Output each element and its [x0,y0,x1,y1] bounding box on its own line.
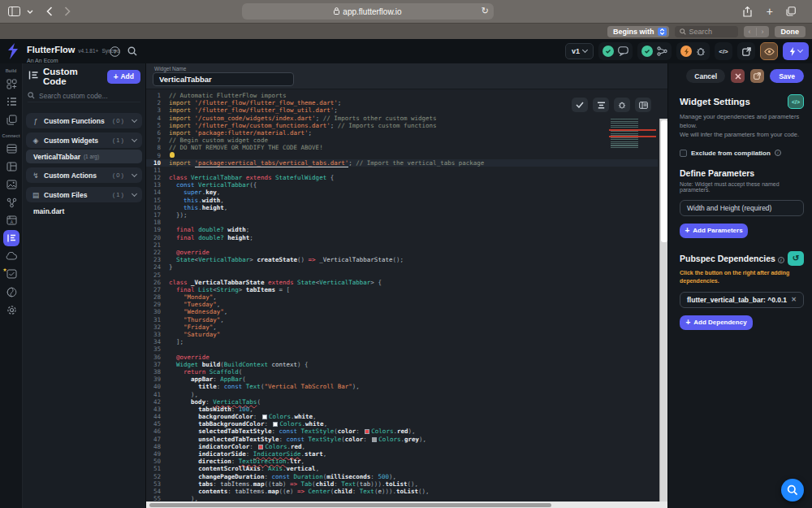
code-line[interactable]: 52 changePageDuration: const Duration(mi… [146,473,658,480]
share-icon[interactable] [743,7,752,17]
rail-media-icon[interactable]: A [0,211,23,229]
exclude-compilation-row[interactable]: Exclude from compilation i [680,150,804,157]
help-icon[interactable]: ? [109,46,120,57]
code-line[interactable]: 7// Begin custom widget code [146,137,658,144]
code-line[interactable]: 16 this.height, [146,204,658,211]
panel-search-input[interactable]: Search custom code... [28,89,140,102]
code-line[interactable]: 11 [146,167,658,174]
code-line[interactable]: 19 final double? width; [146,226,658,233]
branch-merge-icon[interactable] [657,46,667,56]
run-lightning-button[interactable] [783,42,809,60]
close-button[interactable] [731,69,745,83]
rail-api-icon[interactable] [0,193,23,211]
rail-widget-palette-icon[interactable] [0,75,23,93]
code-line[interactable]: 37 Widget build(BuildContext context) { [146,361,658,368]
find-prev-next[interactable]: ‹› [744,26,769,37]
list-item-main.dart[interactable]: main.dart [26,204,142,218]
code-line[interactable]: 20 final double? height; [146,234,658,241]
code-line[interactable]: 6import 'package:flutter/material.dart'; [146,129,658,137]
rail-tests-icon[interactable]: ★ [0,265,23,283]
code-line[interactable]: 43 tabsWidth: 100, [146,406,658,413]
find-prev-icon[interactable]: ‹ [744,28,756,36]
code-line[interactable]: 55 ), [146,495,658,501]
code-line[interactable]: 51 contentScrollAxis: Axis.vertical, [146,465,658,472]
tab-overview-icon[interactable] [786,7,796,16]
code-line[interactable]: 13 const VerticalTabbar({ [146,181,658,189]
code-line[interactable]: 35 [146,345,658,353]
code-line[interactable]: 4import '/custom_code/widgets/index.dart… [146,115,658,122]
find-next-icon[interactable]: › [757,28,769,36]
expand-editor-button[interactable] [750,69,764,83]
horizontal-scrollbar[interactable] [146,501,667,508]
reload-icon[interactable]: ↻ [482,6,489,16]
code-line[interactable]: 22 @override [146,249,658,256]
rail-database-icon[interactable] [0,140,23,158]
rail-pages-icon[interactable] [0,111,23,128]
code-line[interactable]: 15 this.width, [146,197,658,204]
code-line[interactable]: 24} [146,263,658,271]
code-line[interactable]: 2import '/flutter_flow/flutter_flow_them… [146,99,658,106]
sidebar-toggle-icon[interactable] [8,7,20,16]
code-line[interactable]: 40 title: const Text("Vertical TabScroll… [146,383,658,390]
find-search-input[interactable]: Search [675,26,738,37]
flutterflow-logo[interactable] [3,41,23,61]
code-line[interactable]: 53 tabs: tabItems.map((tab) => Tab(child… [146,480,658,488]
section-custom-functions[interactable]: ƒCustom Functions( 0 ) [26,113,142,128]
code-line[interactable]: 38 return Scaffold( [146,368,658,376]
section-custom-actions[interactable]: ↯Custom Actions( 0 ) [26,167,142,183]
new-tab-icon[interactable]: + [767,5,773,18]
assistant-chat-icon[interactable] [618,46,628,56]
check-badge-icon[interactable] [603,46,614,57]
code-line[interactable]: 44 backgroundColor: Colors.white, [146,413,658,420]
code-line[interactable]: 34 ]; [146,338,658,345]
chevron-down-icon[interactable] [27,10,33,14]
check-badge-icon[interactable] [641,46,653,57]
code-line[interactable]: 39 appBar: AppBar( [146,376,658,383]
remove-dependency-icon[interactable]: ✕ [791,296,797,303]
address-bar[interactable]: app.flutterflow.io ↻ [242,3,494,20]
code-line[interactable]: 1// Automatic FlutterFlow imports [146,92,658,99]
code-line[interactable]: 10import 'package:vertical_tabs/vertical… [146,159,658,167]
code-line[interactable]: 50 direction: TextDirection.ltr, [146,458,658,465]
widget-name-input[interactable] [153,72,294,86]
code-line[interactable]: 54 contents: tabItems.map((e) => Center(… [146,488,658,495]
scrollbar-thumb[interactable] [661,120,667,242]
dependency-field[interactable]: flutter_vertical_tab_bar: ^0.0.1 ✕ [680,292,804,308]
save-button[interactable]: Save [770,69,804,83]
find-done-button[interactable]: Done [775,26,806,37]
code-line[interactable]: 26class _VerticalTabbarState extends Sta… [146,279,658,286]
code-line[interactable]: 23 State<VerticalTabbar> createState() =… [146,256,658,263]
code-line[interactable]: 32 "Friday", [146,323,658,331]
rail-settings-gear-icon[interactable] [0,301,23,319]
code-line[interactable]: 14 super.key, [146,189,658,196]
search-fab[interactable] [781,479,804,501]
code-line[interactable]: 9 [146,152,658,159]
add-custom-code-button[interactable]: +Add [107,70,140,84]
code-lines[interactable]: 1// Automatic FlutterFlow imports2import… [146,92,658,501]
code-line[interactable]: 21 [146,241,658,249]
search-icon[interactable] [127,46,138,57]
code-line[interactable]: 42 body: VerticalTabs( [146,398,658,406]
code-line[interactable]: 25 [146,271,658,279]
code-view-toggle[interactable]: </> [788,94,804,109]
forward-icon[interactable] [64,7,71,16]
warning-badge-icon[interactable] [680,46,692,57]
rail-storage-image-icon[interactable] [0,176,23,193]
section-custom-files[interactable]: ▤Custom Files( 1 ) [26,187,142,202]
code-line[interactable]: 46 selectedTabTextStyle: const TextStyle… [146,428,658,435]
preview-eye-button[interactable] [760,42,778,60]
vertical-scrollbar[interactable] [659,119,667,507]
add-parameters-button[interactable]: +Add Parameters [680,224,748,238]
parameter-field[interactable]: Width and Height (required) [680,200,804,216]
list-item-verticaltabbar[interactable]: VerticalTabbar(1 arg) [26,150,142,163]
code-line[interactable]: 8// DO NOT REMOVE OR MODIFY THE CODE ABO… [146,144,658,151]
cancel-button[interactable]: Cancel [686,69,725,83]
find-mode-dropdown[interactable]: Begins with [607,26,669,37]
code-line[interactable]: 5import '/flutter_flow/custom_functions.… [146,122,658,129]
code-line[interactable]: 48 indicatorColor: Colors.red, [146,443,658,450]
refresh-dependencies-button[interactable]: ↺ [788,251,804,266]
rail-cms-icon[interactable] [0,158,23,176]
section-custom-widgets[interactable]: ◈Custom Widgets( 1 ) [26,132,142,148]
view-code-button[interactable]: </> [715,42,732,60]
rail-theme-icon[interactable] [0,283,23,301]
